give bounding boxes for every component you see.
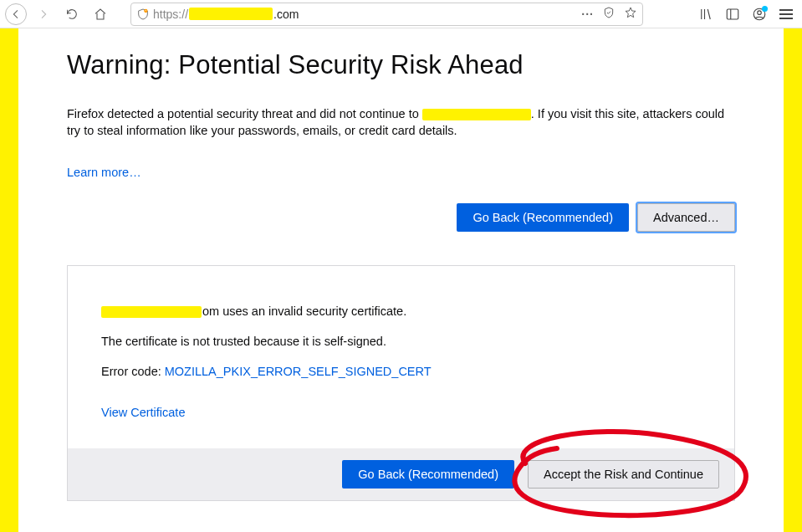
details-line-invalid-cert: om uses an invalid security certificate. <box>101 303 701 320</box>
advanced-details-panel: om uses an invalid security certificate.… <box>67 265 735 502</box>
svg-rect-1 <box>727 9 738 19</box>
reload-button[interactable] <box>60 3 84 26</box>
url-bar-actions: ··· <box>581 6 637 22</box>
top-button-row: Go Back (Recommended) Advanced… <box>67 203 735 232</box>
url-suffix: .com <box>273 8 299 21</box>
error-code-label: Error code: <box>101 365 165 378</box>
redacted-site-name <box>422 109 531 120</box>
reader-shield-icon[interactable] <box>602 6 616 22</box>
notification-dot <box>762 6 768 12</box>
details-line1-suffix: om uses an invalid security certificate. <box>202 304 406 318</box>
sidebar-icon[interactable] <box>725 7 740 22</box>
svg-point-3 <box>758 10 762 14</box>
learn-more-row: Learn more… <box>67 165 735 180</box>
advanced-button[interactable]: Advanced… <box>637 203 735 232</box>
url-text: https:// .com <box>153 8 573 21</box>
go-back-button[interactable]: Go Back (Recommended) <box>457 203 629 232</box>
safety-frame: Warning: Potential Security Risk Ahead F… <box>0 28 802 532</box>
warning-body-part1: Firefox detected a potential security th… <box>67 107 422 120</box>
security-warning-icon <box>136 8 150 21</box>
account-icon[interactable] <box>752 7 767 22</box>
app-menu-button[interactable] <box>779 7 794 22</box>
details-inner: om uses an invalid security certificate.… <box>68 266 734 449</box>
url-scheme: https:// <box>153 8 188 21</box>
view-certificate-row: View Certificate <box>101 405 701 420</box>
view-certificate-link[interactable]: View Certificate <box>101 406 185 419</box>
redacted-domain <box>189 8 273 20</box>
error-code-line: Error code: MOZILLA_PKIX_ERROR_SELF_SIGN… <box>101 363 701 380</box>
browser-toolbar: https:// .com ··· <box>0 0 802 28</box>
details-line-self-signed: The certificate is not trusted because i… <box>101 333 701 350</box>
bookmark-star-icon[interactable] <box>624 6 637 22</box>
redacted-site-name-2 <box>101 306 202 318</box>
page-title: Warning: Potential Security Risk Ahead <box>67 50 735 80</box>
error-code-link[interactable]: MOZILLA_PKIX_ERROR_SELF_SIGNED_CERT <box>165 365 432 378</box>
details-button-row: Go Back (Recommended) Accept the Risk an… <box>68 448 734 500</box>
learn-more-link[interactable]: Learn more… <box>67 166 141 179</box>
go-back-button-2[interactable]: Go Back (Recommended) <box>342 460 514 489</box>
error-page: Warning: Potential Security Risk Ahead F… <box>18 28 784 532</box>
warning-body: Firefox detected a potential security th… <box>67 105 735 140</box>
forward-button[interactable] <box>32 3 55 26</box>
home-button[interactable] <box>89 3 112 26</box>
back-button[interactable] <box>5 3 27 25</box>
toolbar-right-icons <box>698 7 794 22</box>
library-icon[interactable] <box>698 7 713 22</box>
hamburger-icon <box>779 9 793 19</box>
page-actions-ellipsis[interactable]: ··· <box>581 8 594 21</box>
accept-risk-button[interactable]: Accept the Risk and Continue <box>528 460 719 489</box>
url-bar[interactable]: https:// .com ··· <box>130 3 643 26</box>
